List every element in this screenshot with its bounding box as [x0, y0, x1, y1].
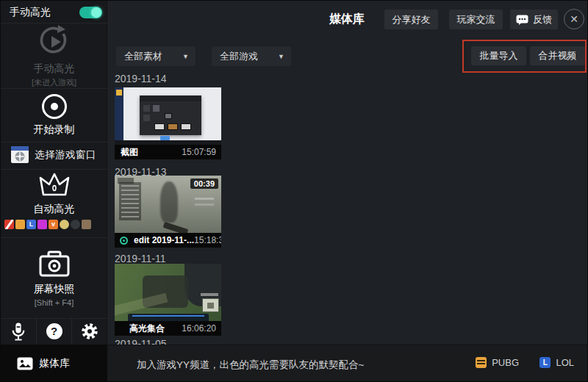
close-button[interactable]: ✕ — [564, 9, 584, 29]
media-item-name: edit 2019-11-... — [134, 235, 194, 245]
status-hint-text: 加入游戏YY频道，出色的高光需要队友的默契配合~ — [137, 358, 364, 372]
manual-highlight-label: 手动高光 — [1, 62, 107, 76]
thumbnail-image — [115, 264, 221, 321]
game-icon-lol: L — [26, 220, 36, 229]
edited-clip-icon — [120, 237, 128, 245]
thumbnail-image — [115, 87, 221, 145]
pubg-status-badge: PUBG — [476, 357, 519, 368]
snapshot-hotkey: [Shift + F4] — [1, 298, 107, 307]
auto-highlight-label: 自动高光 — [1, 203, 107, 216]
supported-games-row: Lv — [4, 220, 104, 230]
gear-icon — [81, 322, 98, 340]
select-game-window-label: 选择游戏窗口 — [35, 148, 96, 162]
share-friends-button[interactable]: 分享好友 — [384, 10, 438, 29]
microphone-button[interactable] — [1, 318, 36, 345]
date-header: 2019-11-11 — [115, 253, 166, 264]
sidebar-tools-row: ? — [1, 318, 107, 345]
media-item-time: 15:07:59 — [182, 147, 216, 157]
help-button[interactable]: ? — [36, 318, 72, 345]
material-filter-dropdown[interactable]: 全部素材 ▼ — [116, 46, 196, 66]
lol-icon: L — [539, 357, 551, 368]
media-item-name: 截图 — [121, 146, 138, 159]
game-icon-dim — [71, 220, 80, 229]
lol-status-badge: L LOL — [539, 357, 574, 368]
camera-icon — [39, 251, 70, 277]
chevron-down-icon: ▼ — [182, 53, 189, 60]
player-community-button[interactable]: 玩家交流 — [449, 10, 503, 29]
tab-media-library[interactable]: 媒体库 — [1, 345, 107, 382]
pubg-label: PUBG — [492, 357, 519, 368]
game-icon-gold — [60, 220, 69, 229]
media-item-screenshot[interactable]: 截图 15:07:59 — [115, 87, 221, 159]
material-filter-value: 全部素材 — [124, 50, 182, 63]
game-icon-magenta — [37, 220, 47, 229]
sidebar: 手动高光 手动高光 [未进入游戏] 开始录制 — [1, 1, 107, 345]
chevron-down-icon: ▼ — [278, 53, 284, 60]
media-item-name: 高光集合 — [129, 322, 165, 335]
manual-highlight-toggle-row: 手动高光 — [1, 1, 107, 23]
feedback-button[interactable]: 反馈 — [510, 10, 558, 29]
sidebar-item-screen-snapshot[interactable]: 屏幕快照 [Shift + F4] — [1, 238, 107, 318]
status-bar: 加入游戏YY频道，出色的高光需要队友的默契配合~ PUBG L LOL — [107, 345, 588, 382]
toggle-knob — [91, 7, 101, 18]
crown-icon — [37, 172, 71, 198]
manual-highlight-toggle-label: 手动高光 — [10, 6, 51, 19]
replay-play-icon — [38, 24, 71, 58]
media-item-time: 15:18:32 — [194, 235, 221, 245]
sidebar-item-select-game-window[interactable]: 选择游戏窗口 — [1, 142, 107, 168]
game-icon-amber — [15, 220, 25, 229]
manual-highlight-toggle[interactable] — [79, 7, 102, 18]
microphone-icon — [10, 322, 26, 342]
batch-import-button[interactable]: 批量导入 — [471, 46, 526, 65]
game-filter-value: 全部游戏 — [220, 50, 278, 63]
media-item-video[interactable]: 00:39 edit 2019-11-... 15:18:32 — [115, 176, 221, 248]
game-filter-dropdown[interactable]: 全部游戏 ▼ — [212, 46, 291, 66]
thumbnail-caption: edit 2019-11-... 15:18:32 — [115, 233, 221, 248]
duration-badge: 00:39 — [190, 179, 218, 189]
settings-button[interactable] — [71, 318, 107, 345]
date-header: 2019-11-14 — [115, 73, 167, 84]
game-icon-orange: v — [49, 220, 58, 229]
help-icon: ? — [46, 323, 62, 339]
media-library-tab-label: 媒体库 — [39, 357, 70, 370]
pubg-icon — [476, 357, 487, 368]
start-recording-label: 开始录制 — [1, 123, 107, 137]
image-icon — [17, 357, 33, 370]
feedback-label: 反馈 — [533, 13, 552, 26]
game-icon-multi — [82, 220, 91, 229]
sidebar-item-start-recording[interactable]: 开始录制 — [1, 88, 107, 141]
thumbnail-caption: 高光集合 16:06:20 — [115, 321, 221, 336]
screen-snapshot-label: 屏幕快照 — [1, 283, 107, 296]
thumbnail-caption: 截图 15:07:59 — [115, 145, 221, 159]
lol-label: LOL — [556, 357, 574, 368]
page-title: 媒体库 — [329, 12, 365, 27]
sidebar-item-auto-highlight[interactable]: 自动高光 Lv — [1, 169, 107, 237]
media-item-highlight-collection[interactable]: 高光集合 16:06:20 — [115, 264, 221, 336]
media-item-time: 16:06:20 — [182, 323, 216, 334]
record-icon — [42, 94, 67, 119]
manual-highlight-status: [未进入游戏] — [1, 77, 107, 88]
app-window: 手动高光 手动高光 [未进入游戏] 开始录制 — [0, 0, 588, 382]
merge-video-button[interactable]: 合并视频 — [530, 46, 585, 65]
sidebar-item-manual-highlight[interactable]: 手动高光 [未进入游戏] — [1, 23, 107, 87]
game-window-icon — [10, 145, 29, 164]
game-icon-red — [4, 220, 14, 229]
chat-bubble-icon — [516, 15, 528, 25]
